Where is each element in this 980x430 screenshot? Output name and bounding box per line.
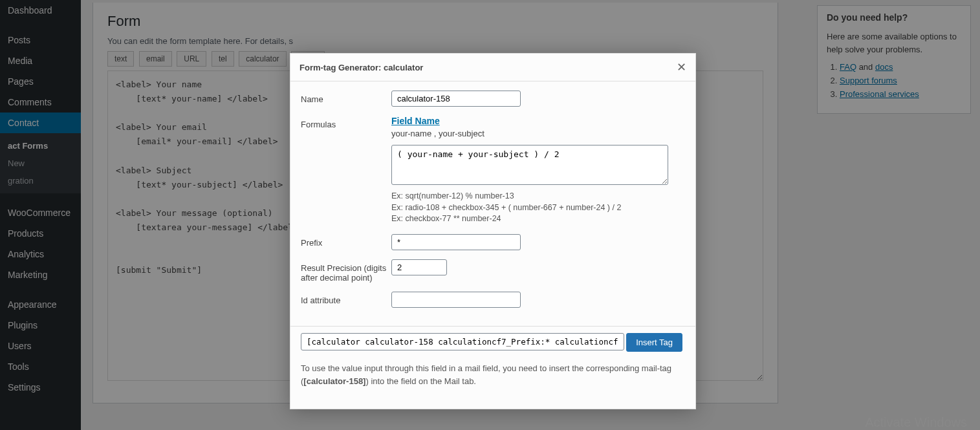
formula-hints: Ex: sqrt(number-12) % number-13 Ex: radi… [391,191,685,225]
formulas-label: Formulas [301,116,391,225]
precision-input[interactable] [391,259,447,275]
modal-header: Form-tag Generator: calculator ✕ [290,54,695,81]
insert-tag-button[interactable]: Insert Tag [626,333,682,352]
modal-body: Name Formulas Field Name your-name , you… [290,81,695,326]
tag-output[interactable] [301,333,624,350]
modal-title: Form-tag Generator: calculator [299,63,423,72]
mail-tag-code: [calculator-158] [303,376,365,386]
modal-footer: Insert Tag To use the value input throug… [290,326,695,409]
mail-tag-note: To use the value input through this fiel… [301,356,685,387]
field-names-list: your-name , your-subject [391,129,685,138]
form-tag-generator-modal: Form-tag Generator: calculator ✕ Name Fo… [290,53,696,409]
precision-label: Result Precision (digits after decimal p… [301,259,391,283]
name-label: Name [301,91,391,107]
formula-textarea[interactable]: ( your-name + your-subject ) / 2 [391,145,668,185]
name-input[interactable] [391,91,521,107]
close-icon[interactable]: ✕ [677,60,686,74]
windows-watermark: Activate Windows [865,415,967,430]
prefix-input[interactable] [391,234,521,250]
field-name-link[interactable]: Field Name [391,116,685,126]
prefix-label: Prefix [301,234,391,250]
id-attr-input[interactable] [391,292,521,308]
id-attr-label: Id attribute [301,292,391,308]
